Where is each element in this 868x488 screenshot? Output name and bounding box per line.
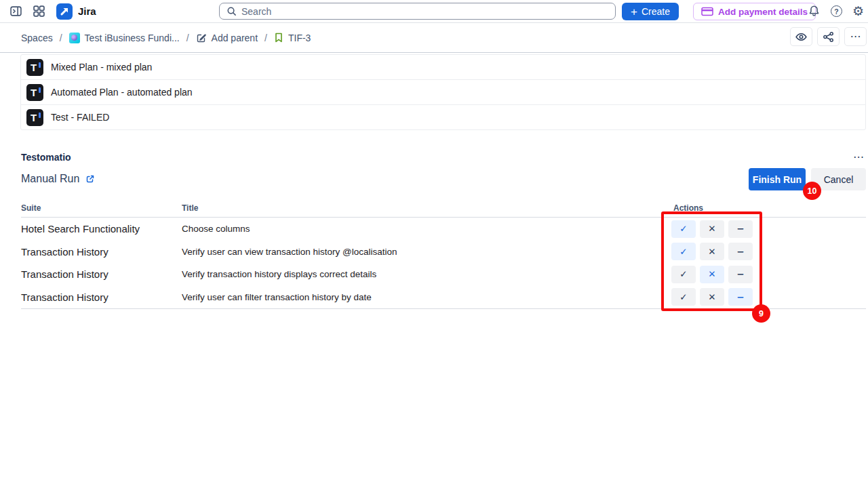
fail-x-button[interactable]: ✕ — [700, 243, 724, 260]
topbar-left-group: Jira — [10, 0, 96, 22]
run-label: Manual Run — [21, 173, 79, 185]
breadcrumb-spaces[interactable]: Spaces — [21, 33, 53, 43]
title-cell: Choose columns — [182, 224, 866, 234]
plan-label: Mixed Plan - mixed plan — [51, 62, 152, 73]
table-row: Transaction History Verify user can view… — [21, 241, 866, 264]
column-header-actions: Actions — [673, 203, 866, 213]
suite-cell: Transaction History — [21, 246, 182, 258]
notifications-bell-icon[interactable] — [808, 5, 821, 18]
search-icon — [226, 6, 237, 16]
testomatio-section-header: Testomatio ⋯ — [21, 152, 864, 163]
pass-check-button[interactable]: ✓ — [671, 266, 696, 283]
fail-x-button[interactable]: ✕ — [700, 266, 724, 283]
skip-dash-button[interactable]: − — [728, 266, 753, 283]
test-results-table: Suite Title Actions Hotel Search Functio… — [21, 203, 866, 309]
title-cell: Verify user can filter transaction histo… — [182, 292, 866, 302]
credit-card-icon — [701, 7, 713, 16]
annotation-step-badge-9: 9 — [752, 304, 770, 323]
skip-dash-button[interactable]: − — [728, 220, 753, 238]
breadcrumb-page[interactable]: TIF-3 — [274, 33, 311, 43]
bookmark-icon — [274, 33, 283, 43]
content-divider — [0, 52, 868, 53]
plan-list-item[interactable]: T Mixed Plan - mixed plan — [20, 54, 866, 80]
actions-cell: ✓ ✕ − — [671, 288, 753, 306]
table-row: Transaction History Verify transaction h… — [21, 263, 866, 286]
pass-check-button[interactable]: ✓ — [671, 288, 696, 306]
help-icon[interactable]: ? — [831, 5, 842, 17]
skip-dash-button[interactable]: − — [728, 243, 753, 260]
breadcrumb-row: Spaces / Test iBusiness Fundi... / Add p… — [0, 23, 868, 52]
breadcrumb: Spaces / Test iBusiness Fundi... / Add p… — [21, 23, 311, 52]
annotation-step-badge-10: 10 — [803, 182, 821, 200]
fail-x-button[interactable]: ✕ — [700, 220, 724, 238]
actions-cell: ✓ ✕ − — [671, 266, 753, 283]
share-icon[interactable] — [817, 27, 840, 46]
edit-icon — [196, 33, 207, 43]
plan-label: Test - FAILED — [51, 112, 109, 123]
finish-run-button[interactable]: Finish Run — [749, 168, 806, 190]
search-input[interactable] — [241, 6, 608, 17]
page-actions: ⋯ — [790, 27, 867, 46]
column-header-suite: Suite — [21, 203, 182, 213]
add-payment-details-button[interactable]: Add payment details — [693, 3, 816, 20]
plan-list-item[interactable]: T Test - FAILED — [20, 104, 866, 130]
column-header-title: Title — [182, 203, 673, 213]
top-navigation-bar: Jira + Create Add payment details — [0, 0, 868, 23]
jira-logo-icon — [56, 3, 73, 20]
plans-list: T Mixed Plan - mixed plan T Automated Pl… — [20, 54, 866, 130]
table-row: Transaction History Verify user can filt… — [21, 286, 866, 309]
run-title-row: Manual Run — [21, 173, 95, 185]
jira-home-link[interactable]: Jira — [56, 3, 96, 20]
actions-cell: ✓ ✕ − — [671, 220, 753, 238]
plan-label: Automated Plan - automated plan — [51, 87, 193, 98]
testomatio-logo-icon: T — [26, 84, 43, 101]
pass-check-button[interactable]: ✓ — [671, 220, 696, 238]
results-table-body: Hotel Search Functionality Choose column… — [21, 218, 866, 309]
breadcrumb-add-parent[interactable]: Add parent — [196, 33, 258, 43]
table-row: Hotel Search Functionality Choose column… — [21, 218, 866, 241]
sidebar-toggle-icon[interactable] — [10, 5, 22, 17]
more-options-icon[interactable]: ⋯ — [844, 27, 867, 46]
suite-cell: Transaction History — [21, 268, 182, 280]
global-search[interactable] — [219, 3, 616, 20]
actions-cell: ✓ ✕ − — [671, 243, 753, 260]
app-name: Jira — [78, 5, 96, 17]
section-title: Testomatio — [21, 152, 71, 163]
external-link-icon[interactable] — [85, 174, 95, 184]
settings-gear-icon[interactable]: ⚙ — [852, 5, 864, 18]
topbar-icon-group: ? ⚙ — [808, 0, 864, 22]
title-cell: Verify user can view transaction history… — [182, 247, 866, 257]
skip-dash-button[interactable]: − — [728, 288, 753, 306]
testomatio-logo-icon: T — [26, 59, 43, 76]
space-avatar-icon — [69, 33, 80, 43]
table-header-row: Suite Title Actions — [21, 203, 866, 218]
create-button[interactable]: + Create — [622, 3, 679, 20]
plan-list-item[interactable]: T Automated Plan - automated plan — [20, 79, 866, 105]
watch-eye-icon[interactable] — [790, 27, 812, 46]
suite-cell: Hotel Search Functionality — [21, 223, 182, 235]
section-more-options-icon[interactable]: ⋯ — [853, 152, 864, 163]
suite-cell: Transaction History — [21, 291, 182, 303]
breadcrumb-space[interactable]: Test iBusiness Fundi... — [69, 33, 180, 43]
pass-check-button[interactable]: ✓ — [671, 243, 696, 260]
app-switcher-icon[interactable] — [33, 5, 45, 17]
title-cell: Verify transaction history displays corr… — [182, 269, 866, 279]
testomatio-logo-icon: T — [26, 109, 43, 126]
plus-icon: + — [631, 6, 637, 18]
fail-x-button[interactable]: ✕ — [700, 288, 724, 306]
